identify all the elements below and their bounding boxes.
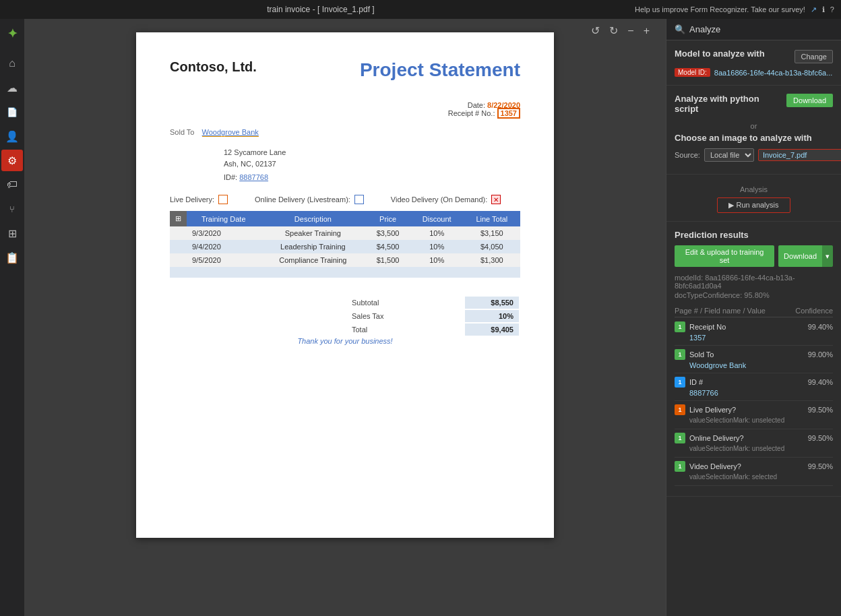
table-header-price: Price — [365, 211, 410, 226]
survey-text: Help us improve Form Recognizer. Take ou… — [635, 5, 805, 13]
pred-row-sold-to: 1 Sold To 99.00% Woodgrove Bank — [675, 348, 833, 373]
pred-doc-type: docTypeConfidence: 95.80% — [675, 291, 833, 299]
analyze-icon: 🔍 — [675, 24, 685, 34]
subtotal-label: Subtotal — [346, 297, 464, 309]
pred-field-receipt: Receipt No — [689, 323, 804, 331]
pred-row-id: 1 ID # 99.40% 8887766 — [675, 375, 833, 401]
receipt-value: 1357 — [497, 108, 520, 119]
panel-header: 🔍 Analyze — [666, 19, 841, 40]
video-delivery: Video Delivery (On Demand): ✕ — [391, 195, 501, 204]
model-section-title: Model to analyze with — [675, 49, 765, 59]
sidebar-item-people[interactable]: 👤 — [1, 125, 23, 147]
id-value: 8887768 — [239, 173, 268, 181]
live-delivery-label: Live Delivery: — [170, 195, 214, 204]
pred-value-video: valueSelectionMark: selected — [675, 473, 833, 481]
sidebar-item-connections[interactable]: ☁ — [1, 77, 23, 98]
pred-badge-video: 1 — [675, 461, 685, 472]
live-delivery-checkbox[interactable] — [218, 195, 228, 204]
table-row-empty — [170, 267, 520, 278]
pred-value-online: valueSelectionMark: unselected — [675, 445, 833, 452]
pred-col1-header: Page # / Field name / Value — [675, 307, 766, 315]
zoom-out-button[interactable]: − — [625, 24, 636, 38]
thank-you-text: Thank you for your business! — [170, 337, 520, 345]
sidebar-item-home[interactable]: ⌂ — [1, 53, 23, 74]
table-header-training-date: Training Date — [187, 211, 260, 226]
total-label: Total — [346, 324, 464, 336]
pred-table-header: Page # / Field name / Value Confidence — [675, 305, 833, 317]
source-select[interactable]: Local file — [704, 148, 754, 162]
or-divider: or — [675, 122, 833, 130]
pred-value-live: valueSelectionMark: unselected — [675, 417, 833, 424]
sidebar-item-grid[interactable]: ⊞ — [1, 222, 23, 244]
online-delivery-checkbox[interactable] — [354, 195, 364, 204]
download-caret-button[interactable]: ▾ — [822, 245, 833, 267]
pred-badge-live: 1 — [675, 404, 685, 415]
pred-value-sold-to: Woodgrove Bank — [675, 361, 833, 369]
invoice-header: Contoso, Ltd. Project Statement — [170, 59, 520, 81]
delivery-section: Live Delivery: Online Delivery (Livestre… — [170, 195, 520, 204]
source-file-input[interactable] — [758, 149, 841, 161]
pred-confidence-receipt: 99.40% — [808, 323, 833, 331]
model-section: Model to analyze with Change Model ID: 8… — [666, 40, 841, 86]
pred-badge-sold-to: 1 — [675, 349, 685, 360]
pred-field-sold-to: Sold To — [689, 350, 804, 359]
company-name: Contoso, Ltd. — [170, 59, 257, 75]
edit-upload-button[interactable]: Edit & upload to training set — [675, 245, 774, 267]
model-id-value: 8aa16866-16fe-44ca-b13a-8bfc6a... — [714, 69, 833, 77]
topbar-title: train invoice - [ Invoice_1.pdf ] — [267, 5, 374, 14]
model-id-row: Model ID: 8aa16866-16fe-44ca-b13a-8bfc6a… — [675, 68, 833, 77]
invoice-document: Contoso, Ltd. Project Statement Date: 8/… — [136, 32, 554, 538]
change-button[interactable]: Change — [795, 50, 833, 63]
table-header-icon: ⊞ — [170, 211, 187, 226]
pred-col2-header: Confidence — [795, 307, 833, 315]
sold-to-section: Sold To Woodgrove Bank — [170, 128, 520, 136]
refresh-button[interactable]: ↺ — [588, 23, 602, 38]
run-analysis-button[interactable]: ▶ Run analysis — [717, 197, 790, 213]
sidebar-item-branch[interactable]: ⑂ — [1, 198, 23, 220]
date-label: Date: — [468, 101, 485, 109]
right-panel: 🔍 Analyze Model to analyze with Change M… — [666, 19, 841, 616]
download-split-button: Download ▾ — [778, 245, 833, 267]
receipt-label: Receipt # No.: — [448, 109, 495, 117]
analysis-label: Analysis — [675, 183, 833, 193]
topbar: train invoice - [ Invoice_1.pdf ] Help u… — [0, 0, 841, 19]
sales-tax-row: Sales Tax 10% — [346, 310, 519, 322]
pred-model-id-label: modelId: — [675, 274, 703, 282]
invoice-id: ID#: 8887768 — [224, 173, 520, 181]
address-line1: 12 Sycamore Lane — [224, 147, 520, 158]
rotate-button[interactable]: ↻ — [606, 23, 621, 38]
table-row: 9/3/2020 Speaker Training $3,500 10% $3,… — [170, 226, 520, 240]
sidebar-item-tag[interactable]: 🏷 — [1, 174, 23, 195]
sales-tax-value: 10% — [465, 310, 519, 322]
pred-confidence-online: 99.50% — [808, 434, 833, 442]
help-icon[interactable]: ? — [830, 5, 834, 13]
sales-tax-label: Sales Tax — [346, 310, 464, 322]
table-header-description: Description — [260, 211, 365, 226]
invoice-totals: Subtotal $8,550 Sales Tax 10% Total $9,4… — [345, 295, 520, 337]
info-icon[interactable]: ℹ — [822, 5, 825, 14]
online-delivery: Online Delivery (Livestream): — [255, 195, 364, 204]
panel-title: Analyze — [689, 24, 720, 34]
zoom-in-button[interactable]: + — [641, 24, 652, 38]
pred-badge-online: 1 — [675, 433, 685, 443]
pred-field-online: Online Delivery? — [689, 434, 804, 442]
video-delivery-checkbox[interactable]: ✕ — [491, 195, 501, 204]
python-download-button[interactable]: Download — [786, 94, 833, 107]
total-row: Total $9,405 — [346, 324, 519, 336]
prediction-buttons: Edit & upload to training set Download ▾ — [675, 245, 833, 267]
pred-badge-id: 1 — [675, 377, 685, 388]
pred-field-live: Live Delivery? — [689, 406, 804, 414]
subtotal-row: Subtotal $8,550 — [346, 297, 519, 309]
pred-badge-receipt: 1 — [675, 321, 685, 332]
sidebar-item-document[interactable]: 📋 — [1, 247, 23, 268]
pred-row-online-delivery: 1 Online Delivery? 99.50% valueSelection… — [675, 431, 833, 458]
source-label: Source: — [675, 151, 700, 159]
sidebar-item-ocr[interactable]: 📄 — [1, 101, 23, 123]
pred-confidence-id: 99.40% — [808, 378, 833, 386]
download-main-button[interactable]: Download — [778, 245, 822, 267]
model-title-row: Model to analyze with Change — [675, 49, 833, 64]
sidebar-item-settings[interactable]: ⚙ — [1, 150, 23, 171]
pred-doc-type-label: docTypeConfidence: — [675, 291, 742, 299]
pred-model-id: modelId: 8aa16866-16fe-44ca-b13a-8bfc6ad… — [675, 274, 833, 290]
doc-toolbar: ↺ ↻ − + — [588, 23, 652, 38]
